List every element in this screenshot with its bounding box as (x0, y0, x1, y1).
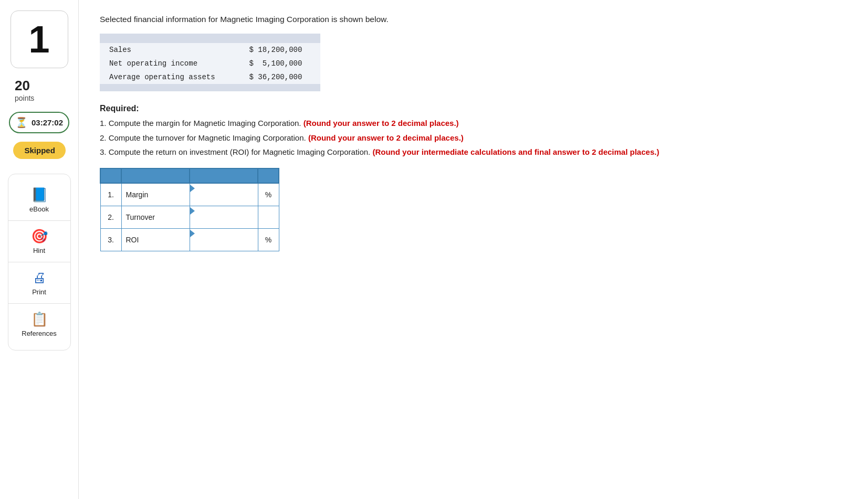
references-label: References (22, 330, 56, 337)
main-content: Selected financial information for Magne… (79, 0, 868, 499)
sidebar-tools: 📘 eBook 🎯 Hint 🖨 Print 📋 References (8, 174, 71, 351)
req2-red: (Round your answer to 2 decimal places.) (308, 133, 464, 142)
timer-icon: ⏳ (15, 116, 28, 129)
question-number: 1 (28, 18, 49, 61)
table-header-row (100, 34, 320, 43)
answer-row-unit (258, 206, 279, 228)
th-num (100, 168, 121, 183)
triangle-indicator (190, 185, 195, 192)
sidebar-tool-print[interactable]: 🖨 Print (8, 262, 70, 304)
answer-row: 1.Margin% (100, 183, 279, 206)
noi-label: Net operating income (100, 57, 240, 70)
req1-text: Compute the margin for Magnetic Imaging … (109, 119, 304, 128)
req3-text: Compute the return on investment (ROI) f… (109, 147, 373, 156)
aoa-label: Average operating assets (100, 70, 240, 84)
th-unit (258, 168, 279, 183)
table-row: Sales $ 18,200,000 (100, 43, 320, 57)
sales-value: $ 18,200,000 (240, 43, 320, 57)
answer-row-num: 1. (100, 183, 121, 206)
req2-num: 2. (100, 133, 109, 142)
points-number: 20 (15, 78, 73, 94)
table-footer-row (100, 84, 320, 91)
answer-row-input-cell (190, 229, 258, 251)
answer-input-roi[interactable] (190, 237, 258, 251)
ebook-icon: 📘 (31, 187, 48, 203)
table-row: Net operating income $ 5,100,000 (100, 57, 320, 70)
sidebar-tool-hint[interactable]: 🎯 Hint (8, 221, 70, 262)
timer-value: 03:27:02 (32, 118, 63, 127)
references-icon: 📋 (31, 311, 48, 327)
answer-row-label: Turnover (121, 206, 190, 228)
answer-row: 3.ROI% (100, 229, 279, 251)
answer-row-unit: % (258, 183, 279, 206)
answer-table: 1.Margin%2.Turnover3.ROI% (100, 168, 279, 252)
answer-row-num: 3. (100, 229, 121, 251)
header-cell (100, 34, 320, 43)
ebook-label: eBook (29, 205, 49, 213)
answer-input-turnover[interactable] (190, 215, 258, 228)
timer-box: ⏳ 03:27:02 (9, 112, 69, 133)
required-item-3: 3. Compute the return on investment (ROI… (100, 146, 847, 158)
answer-row-label: Margin (121, 183, 190, 206)
points-label: points (15, 94, 73, 102)
answer-row-label: ROI (121, 229, 190, 251)
points-section: 20 points (5, 78, 73, 102)
req3-num: 3. (100, 147, 109, 156)
th-input (190, 168, 258, 183)
hint-icon: 🎯 (31, 228, 48, 245)
question-number-box: 1 (11, 10, 68, 68)
req2-text: Compute the turnover for Magnetic Imagin… (109, 133, 308, 142)
sidebar: 1 20 points ⏳ 03:27:02 Skipped 📘 eBook 🎯… (0, 0, 79, 499)
sidebar-tool-references[interactable]: 📋 References (8, 304, 70, 345)
answer-row-input-cell (190, 183, 258, 206)
required-title: Required: (100, 104, 847, 113)
table-row: Average operating assets $ 36,200,000 (100, 70, 320, 84)
sidebar-tool-ebook[interactable]: 📘 eBook (8, 179, 70, 221)
answer-input-margin[interactable] (190, 192, 258, 206)
required-item-1: 1. Compute the margin for Magnetic Imagi… (100, 118, 847, 130)
answer-row: 2.Turnover (100, 206, 279, 228)
triangle-indicator (190, 207, 195, 215)
th-label (121, 168, 190, 183)
footer-cell (100, 84, 320, 91)
req1-num: 1. (100, 119, 109, 128)
noi-value: $ 5,100,000 (240, 57, 320, 70)
answer-row-num: 2. (100, 206, 121, 228)
required-section: Required: 1. Compute the margin for Magn… (100, 104, 847, 158)
answer-table-header-row (100, 168, 279, 183)
skipped-button[interactable]: Skipped (13, 142, 66, 159)
answer-row-unit: % (258, 229, 279, 251)
answer-row-input-cell (190, 206, 258, 228)
print-icon: 🖨 (33, 270, 46, 286)
req1-red: (Round your answer to 2 decimal places.) (304, 119, 459, 128)
aoa-value: $ 36,200,000 (240, 70, 320, 84)
financial-table: Sales $ 18,200,000 Net operating income … (100, 34, 320, 91)
required-item-2: 2. Compute the turnover for Magnetic Ima… (100, 132, 847, 144)
question-intro: Selected financial information for Magne… (100, 15, 847, 24)
req3-red: (Round your intermediate calculations an… (372, 147, 659, 156)
print-label: Print (32, 288, 46, 296)
hint-label: Hint (33, 247, 45, 254)
triangle-indicator (190, 230, 195, 237)
sales-label: Sales (100, 43, 240, 57)
